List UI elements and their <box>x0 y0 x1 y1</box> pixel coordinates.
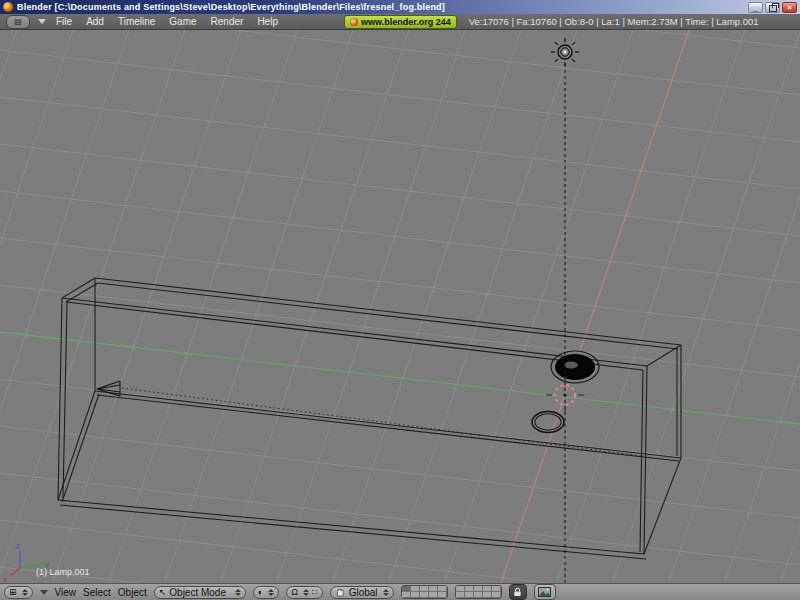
updown-arrows-icon <box>235 589 241 596</box>
scene-svg[interactable]: z y x (1) Lamp.001 <box>0 30 800 583</box>
wireframe-box-object[interactable] <box>58 278 681 559</box>
titlebar[interactable]: Blender [C:\Documents and Settings\Steve… <box>0 0 800 14</box>
restore-button[interactable] <box>765 2 780 13</box>
draw-type-icon: ◐ <box>258 588 263 597</box>
manipulator-orientation-group[interactable]: Global <box>330 586 394 599</box>
menu-view[interactable]: View <box>55 587 77 598</box>
lamp-object[interactable] <box>551 38 579 583</box>
blender-window: Blender [C:\Documents and Settings\Steve… <box>0 0 800 600</box>
close-button[interactable]: × <box>782 2 797 13</box>
updown-arrows-icon <box>383 589 389 596</box>
window-title: Blender [C:\Documents and Settings\Steve… <box>17 2 744 12</box>
top-header: ▤ File Add Timeline Game Render Help www… <box>0 14 800 30</box>
scene-stats: Ve:17076 | Fa:10760 | Ob:8-0 | La:1 | Me… <box>469 16 759 27</box>
3d-view-editor-icon: ⊞ <box>9 588 17 597</box>
menu-object[interactable]: Object <box>118 587 147 598</box>
window-controls: _ × <box>748 2 797 13</box>
gizmo-x-label: x <box>3 575 7 583</box>
selected-lamp-cursor[interactable] <box>546 376 584 414</box>
menu-select[interactable]: Select <box>83 587 111 598</box>
layer-toggle[interactable] <box>465 592 474 598</box>
axis-lines <box>0 30 800 583</box>
menu-render[interactable]: Render <box>211 16 244 27</box>
menu-file[interactable]: File <box>56 16 72 27</box>
updown-arrows-icon <box>303 589 309 596</box>
layer-toggle[interactable] <box>483 592 492 598</box>
collapse-menu-icon[interactable] <box>40 590 48 595</box>
layer-toggle[interactable] <box>492 592 501 598</box>
prefs-editor-icon: ▤ <box>14 16 22 27</box>
layer-toggle[interactable] <box>429 592 438 598</box>
bottom-header: ⊞ View Select Object ↖ Object Mode ◐ Ω ∷… <box>0 583 800 600</box>
editor-type-button[interactable]: ⊞ <box>4 586 33 599</box>
grid-floor <box>0 30 800 583</box>
layer-toggle[interactable] <box>411 592 420 598</box>
blender-logo-icon <box>350 18 358 26</box>
menu-add[interactable]: Add <box>86 16 104 27</box>
menu-game[interactable]: Game <box>169 16 196 27</box>
layer-buttons-group-1 <box>401 585 448 599</box>
lock-layers-button[interactable] <box>509 584 527 600</box>
layer-toggle[interactable] <box>420 592 429 598</box>
layer-toggle[interactable] <box>402 592 411 598</box>
snap-dots-icon[interactable]: ∷ <box>312 588 318 597</box>
pivot-icon: Ω <box>291 588 298 597</box>
mode-dropdown-value: Object Mode <box>169 587 226 598</box>
viewport-3d[interactable]: z y x (1) Lamp.001 <box>0 30 800 583</box>
image-icon <box>538 587 551 597</box>
menu-help[interactable]: Help <box>257 16 278 27</box>
layer-toggle[interactable] <box>456 592 465 598</box>
menu-timeline[interactable]: Timeline <box>118 16 155 27</box>
hand-manipulator-icon[interactable] <box>335 587 346 597</box>
editor-type-button[interactable]: ▤ <box>6 15 30 29</box>
view-name-label: (1) Lamp.001 <box>36 567 90 577</box>
padlock-icon <box>513 587 522 597</box>
updown-arrows-icon <box>22 589 28 596</box>
restore-icon <box>769 5 777 12</box>
layer-toggle[interactable] <box>474 592 483 598</box>
draw-type-dropdown[interactable]: ◐ <box>253 586 279 599</box>
pivot-dropdown[interactable]: Ω ∷ <box>286 586 322 599</box>
collapse-menu-icon[interactable] <box>38 19 46 24</box>
layer-toggle[interactable] <box>438 592 447 598</box>
minimize-button[interactable]: _ <box>748 2 763 13</box>
render-preview-button[interactable] <box>534 584 556 600</box>
blender-logo-icon <box>3 2 13 12</box>
mode-dropdown[interactable]: ↖ Object Mode <box>154 586 246 599</box>
badge-label: www.blender.org 244 <box>361 17 451 27</box>
gizmo-z-label: z <box>16 541 20 550</box>
layer-buttons-group-2 <box>455 585 502 599</box>
blender-org-badge[interactable]: www.blender.org 244 <box>344 15 457 29</box>
orientation-dropdown-value[interactable]: Global <box>349 587 378 598</box>
object-mode-pointer-icon: ↖ <box>159 588 167 597</box>
updown-arrows-icon <box>268 589 274 596</box>
